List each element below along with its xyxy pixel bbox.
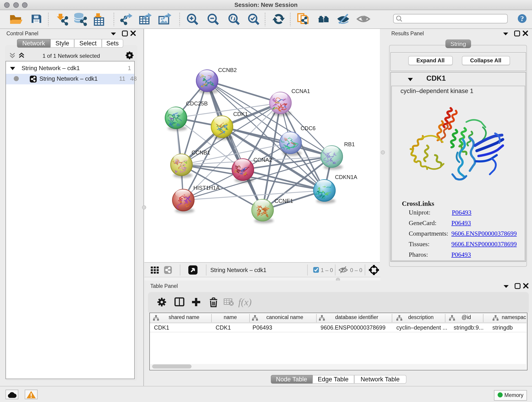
svg-text:0 – 0: 0 – 0 [350, 267, 362, 273]
svg-text:1 – 0: 1 – 0 [321, 267, 333, 273]
svg-text:HIST1H1A: HIST1H1A [193, 185, 220, 191]
svg-text:CCNA1: CCNA1 [291, 88, 310, 94]
svg-text:CDC25B: CDC25B [186, 100, 208, 107]
svg-text:CCNB2: CCNB2 [218, 67, 237, 73]
svg-text:CDK1: CDK1 [233, 111, 248, 117]
svg-text:CDC6: CDC6 [301, 125, 316, 131]
svg-text:CCNE1: CCNE1 [274, 198, 293, 204]
svg-text:CCNA2: CCNA2 [253, 157, 272, 163]
svg-text:RB1: RB1 [344, 141, 355, 147]
svg-text:f(x): f(x) [238, 297, 251, 307]
svg-text:CCNB1: CCNB1 [191, 149, 210, 156]
svg-text:String Network – cdk1: String Network – cdk1 [210, 267, 266, 273]
svg-text:?: ? [520, 14, 524, 22]
svg-text:CDKN1A: CDKN1A [335, 174, 357, 180]
